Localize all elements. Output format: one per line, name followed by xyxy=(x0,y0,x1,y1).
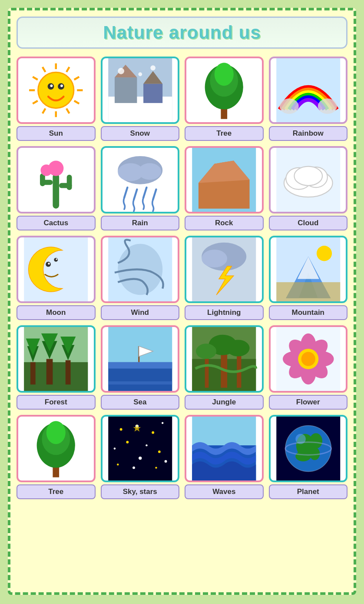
card-forest: Forest xyxy=(17,325,96,410)
card-label-13: Sea xyxy=(101,395,180,410)
svg-point-123 xyxy=(132,467,135,469)
svg-point-32 xyxy=(318,99,337,114)
card-image-15 xyxy=(269,325,348,393)
svg-point-125 xyxy=(164,460,167,463)
svg-point-57 xyxy=(48,263,50,264)
svg-point-124 xyxy=(155,467,157,468)
card-image-8 xyxy=(17,236,96,303)
card-rain: Rain xyxy=(101,146,180,230)
svg-rect-85 xyxy=(108,362,172,369)
svg-point-58 xyxy=(54,258,58,262)
cards-grid: Sun Snow Tree xyxy=(17,57,347,499)
svg-line-2 xyxy=(74,101,79,104)
card-label-10: Lightning xyxy=(185,305,264,320)
title-box: Nature around us xyxy=(17,17,347,49)
card-cloud: Cloud xyxy=(269,146,348,230)
svg-rect-21 xyxy=(143,84,162,103)
svg-point-115 xyxy=(152,431,154,434)
card-moon: Moon xyxy=(17,236,96,320)
svg-point-107 xyxy=(301,352,315,366)
svg-rect-74 xyxy=(30,362,36,384)
svg-point-120 xyxy=(158,450,160,453)
card-planet: Planet xyxy=(269,415,348,499)
card-flower: Flower xyxy=(269,325,348,410)
svg-point-59 xyxy=(56,258,57,260)
svg-point-0 xyxy=(38,72,74,108)
svg-point-39 xyxy=(40,164,52,176)
svg-rect-33 xyxy=(53,174,59,209)
card-rainbow: Rainbow xyxy=(269,57,348,141)
svg-point-31 xyxy=(279,99,298,114)
card-label-6: Rock xyxy=(185,216,264,230)
svg-rect-77 xyxy=(46,359,53,385)
card-label-2: Tree xyxy=(185,126,264,141)
card-label-0: Sun xyxy=(17,126,96,141)
card-sky-stars: Sky, stars xyxy=(101,415,180,499)
svg-point-54 xyxy=(294,167,322,186)
svg-point-117 xyxy=(113,447,115,449)
svg-point-116 xyxy=(161,422,163,424)
card-image-17 xyxy=(101,415,180,482)
svg-rect-71 xyxy=(276,282,340,301)
card-tree: Tree xyxy=(185,57,264,141)
card-image-10 xyxy=(185,236,264,303)
svg-point-67 xyxy=(316,246,331,261)
card-label-11: Mountain xyxy=(269,305,348,320)
card-wind: Wind xyxy=(101,236,180,320)
card-label-5: Rain xyxy=(101,216,180,230)
card-jungle: Jungle xyxy=(185,325,264,410)
card-image-3 xyxy=(269,57,348,124)
svg-point-64 xyxy=(202,250,227,267)
card-image-2 xyxy=(185,57,264,124)
card-image-11 xyxy=(269,236,348,303)
svg-point-24 xyxy=(150,65,156,70)
svg-point-119 xyxy=(146,444,147,446)
svg-line-46 xyxy=(153,190,156,200)
card-label-8: Moon xyxy=(17,305,96,320)
card-image-0 xyxy=(17,57,96,124)
svg-rect-80 xyxy=(66,360,71,384)
card-tree: Tree xyxy=(17,415,96,499)
card-image-18 xyxy=(185,415,264,482)
svg-line-8 xyxy=(33,77,37,80)
card-sun: Sun xyxy=(17,57,96,141)
card-snow: Snow xyxy=(101,57,180,141)
svg-point-16 xyxy=(60,84,63,87)
card-image-19 xyxy=(269,415,348,482)
svg-rect-112 xyxy=(108,417,172,481)
card-label-12: Forest xyxy=(17,395,96,410)
svg-rect-88 xyxy=(108,381,172,384)
svg-point-23 xyxy=(118,68,124,74)
svg-point-15 xyxy=(50,84,53,87)
card-lightning: Lightning xyxy=(185,236,264,320)
card-image-13 xyxy=(101,325,180,393)
svg-point-25 xyxy=(138,72,142,76)
svg-point-134 xyxy=(309,447,320,460)
card-label-1: Snow xyxy=(101,126,180,141)
svg-point-121 xyxy=(139,457,142,460)
card-image-9 xyxy=(101,236,180,303)
svg-point-111 xyxy=(46,421,66,444)
svg-point-118 xyxy=(126,441,129,444)
outer-border: Nature around us Sun Snow xyxy=(8,8,356,595)
svg-line-5 xyxy=(43,109,46,113)
card-label-15: Flower xyxy=(269,395,348,410)
card-image-4 xyxy=(17,146,96,214)
card-label-3: Rainbow xyxy=(269,126,348,141)
card-image-5 xyxy=(101,146,180,214)
card-label-9: Wind xyxy=(101,305,180,320)
svg-point-29 xyxy=(215,63,234,86)
card-cactus: Cactus xyxy=(17,146,96,230)
card-image-1 xyxy=(101,57,180,124)
card-label-7: Cloud xyxy=(269,216,348,230)
card-image-12 xyxy=(17,325,96,393)
card-mountain: Mountain xyxy=(269,236,348,320)
svg-line-43 xyxy=(124,187,127,198)
svg-line-6 xyxy=(33,101,37,104)
svg-point-95 xyxy=(196,344,216,359)
svg-point-113 xyxy=(119,428,122,430)
card-label-4: Cactus xyxy=(17,216,96,230)
card-image-6 xyxy=(185,146,264,214)
card-rock: Rock xyxy=(185,146,264,230)
card-label-17: Sky, stars xyxy=(101,484,180,499)
